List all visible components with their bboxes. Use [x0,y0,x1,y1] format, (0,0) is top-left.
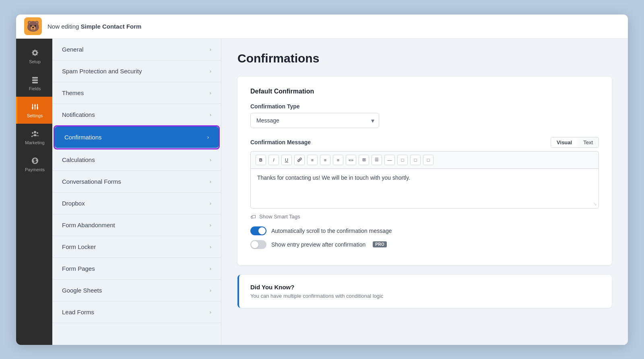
visual-text-tabs: Visual Text [551,137,599,148]
settings-label: Settings [27,113,43,118]
fields-icon [31,75,39,84]
gear-icon [31,48,39,57]
sidebar-item-settings[interactable]: Settings [16,97,52,124]
toggle-entry-row: Show entry preview after confirmation PR… [250,240,599,249]
sidebar-item-marketing[interactable]: Marketing [16,124,52,151]
did-you-know-title: Did You Know? [250,284,601,291]
marketing-label: Marketing [25,140,44,145]
tab-visual[interactable]: Visual [551,137,578,147]
icon-sidebar: Setup Fields Settings [16,39,52,345]
did-you-know-text: You can have multiple confirmations with… [250,293,601,299]
settings-item-spam-protection[interactable]: Spam Protection and Security › [52,60,221,82]
toggle-scroll-knob [258,227,266,234]
toolbar-btn-italic[interactable]: I [268,155,279,165]
toolbar-btn-media[interactable]: □ [397,155,408,165]
toolbar-btn-underline[interactable]: U [281,155,292,165]
chevron-icon: › [210,112,211,118]
app-window: 🐻 Now editing Simple Contact Form Setup [16,15,628,345]
toggle-scroll[interactable] [250,226,266,235]
smart-tags-row[interactable]: 🏷 Show Smart Tags [250,214,599,220]
chevron-icon: › [210,157,211,163]
settings-sidebar: General › Spam Protection and Security ›… [52,39,221,345]
toggle-entry-knob [251,241,258,248]
settings-item-notifications[interactable]: Notifications › [52,104,221,126]
toggle-entry-label: Show entry preview after confirmation [271,241,365,248]
toolbar-btn-page[interactable]: □ [410,155,421,165]
sliders-icon [31,102,39,111]
pro-badge: PRO [373,241,387,247]
settings-item-themes[interactable]: Themes › [52,82,221,104]
sidebar-item-payments[interactable]: Payments [16,151,52,178]
page-title: Confirmations [237,52,612,65]
payments-label: Payments [25,167,45,172]
confirmation-type-select[interactable]: Message Page Redirect URL [250,113,379,128]
chevron-icon: › [210,68,211,74]
toolbar-btn-list[interactable]: ☰ [372,155,382,165]
message-area-header: Confirmation Message Visual Text [250,137,599,148]
chevron-icon: › [210,266,211,272]
did-you-know-card: Did You Know? You can have multiple conf… [237,275,612,308]
fields-label: Fields [29,86,41,91]
setup-label: Setup [29,59,41,64]
bear-emoji: 🐻 [27,20,39,33]
smart-tags-label: Show Smart Tags [259,214,300,220]
logo-bear: 🐻 [24,17,42,35]
settings-item-general[interactable]: General › [52,39,221,60]
settings-item-confirmations[interactable]: Confirmations › [55,127,219,148]
settings-item-form-pages[interactable]: Form Pages › [52,258,221,280]
chevron-icon: › [210,200,211,206]
top-bar: 🐻 Now editing Simple Contact Form [16,15,628,39]
editor-content: Thanks for contacting us! We will be in … [257,174,410,181]
confirmation-message-label: Confirmation Message [250,139,311,145]
confirmations-wrapper: Confirmations › [55,127,219,148]
toggle-entry[interactable] [250,240,266,249]
chevron-icon: › [210,222,211,228]
chevron-icon: › [210,178,211,185]
settings-item-dropbox[interactable]: Dropbox › [52,193,221,214]
main-content: Confirmations Default Confirmation Confi… [221,39,628,345]
default-confirmation-card: Default Confirmation Confirmation Type M… [237,77,612,265]
sidebar-item-setup[interactable]: Setup [16,43,52,70]
toolbar-btn-link[interactable] [294,155,305,165]
toggle-scroll-row: Automatically scroll to the confirmation… [250,226,599,235]
tag-icon: 🏷 [250,214,256,220]
toolbar-btn-code[interactable]: □ [423,155,433,165]
card-title: Default Confirmation [250,88,599,95]
toolbar-btn-hr[interactable]: — [384,155,395,165]
chevron-icon: › [210,287,211,293]
settings-item-form-locker[interactable]: Form Locker › [52,236,221,258]
marketing-icon [31,129,39,138]
toolbar-btn-table[interactable]: ⊞ [359,155,369,165]
settings-item-calculations[interactable]: Calculations › [52,149,221,171]
toolbar-btn-bold[interactable]: B [256,155,266,165]
chevron-icon: › [210,244,211,250]
tab-text[interactable]: Text [578,137,599,147]
sidebar-item-fields[interactable]: Fields [16,70,52,97]
settings-item-lead-forms[interactable]: Lead Forms › [52,301,221,323]
toggle-scroll-label: Automatically scroll to the confirmation… [271,228,392,234]
chevron-icon: › [207,134,209,140]
editor-body[interactable]: Thanks for contacting us! We will be in … [250,168,599,209]
top-bar-title: Now editing Simple Contact Form [47,23,141,30]
settings-item-conversational-forms[interactable]: Conversational Forms › [52,171,221,193]
settings-item-google-sheets[interactable]: Google Sheets › [52,280,221,301]
dollar-icon [31,156,39,165]
resize-handle[interactable]: ↘ [593,201,597,207]
toolbar-btn-blockquote[interactable]: «» [346,155,356,165]
chevron-icon: › [210,90,211,96]
toolbar-btn-align-center[interactable]: ≡ [320,155,330,165]
main-body: Setup Fields Settings [16,39,628,345]
editor-toolbar: B I U ≡ ≡ ≡ «» ⊞ ☰ — □ □ □ [250,151,599,168]
confirmation-type-wrapper: Message Page Redirect URL ▾ [250,113,379,128]
settings-item-form-abandonment[interactable]: Form Abandonment › [52,214,221,236]
confirmation-type-label: Confirmation Type [250,103,599,110]
chevron-icon: › [210,309,211,315]
chevron-icon: › [210,46,211,52]
toolbar-btn-align-left[interactable]: ≡ [307,155,318,165]
toolbar-btn-align-right[interactable]: ≡ [333,155,343,165]
